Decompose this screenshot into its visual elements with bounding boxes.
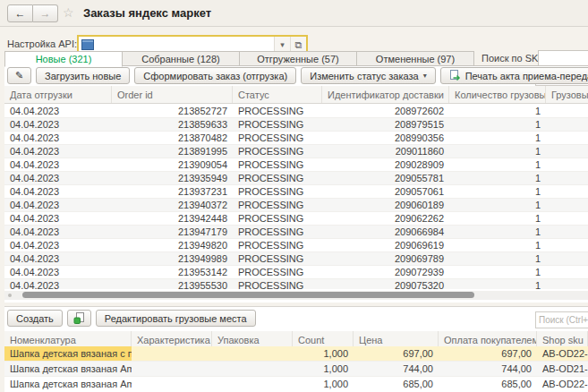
order-row[interactable]: 04.04.2023213949989PROCESSING2090697891 [4,252,588,266]
order-row-cell-delivery_id: 209055781 [322,172,449,184]
order-row-cell-order_id: 213953142 [112,266,233,278]
status-tabs: Новые (321)Собранные (128)Отгруженные (5… [4,51,474,66]
scrollbar-left-arrow[interactable] [8,294,12,297]
items-table-body: Шапка детская вязаная с по...1,000697,00… [4,346,588,391]
tab-2[interactable]: Отгруженные (57) [240,51,357,66]
order-row-cell-order_id: 213935949 [112,172,233,184]
tab-1[interactable]: Собранные (128) [123,51,240,66]
order-row-cell-order_id: 213937231 [112,185,233,198]
create-shipment-button[interactable]: Сформировать заказ (отгрузка) [134,67,296,84]
order-row-cell-status: PROCESSING [233,118,322,131]
order-row-cell-cargo [546,226,588,238]
order-row-cell-status: PROCESSING [233,252,322,265]
order-row[interactable]: 04.04.2023213942448PROCESSING2090622621 [4,212,588,226]
item-row[interactable]: Шапка детская вязаная Amar...1,000685,00… [4,377,588,391]
tab-0[interactable]: Новые (321) [4,51,123,67]
order-row[interactable]: 04.04.2023213852727PROCESSING2089726021 [4,105,588,118]
create-label: Создать [16,313,54,324]
item-row-cell-package [212,362,293,376]
order-row[interactable]: 04.04.2023213953142PROCESSING2090729391 [4,266,588,279]
order-row-cell-delivery_id: 209069619 [322,239,449,251]
orders-column-1[interactable]: Order id [112,86,233,103]
order-row-cell-date: 04.04.2023 [4,118,112,131]
item-row-cell-paid: 697,00 [439,346,537,361]
item-row-cell-count: 1,000 [293,346,354,361]
orders-column-5[interactable]: Грузовые м [546,86,588,103]
order-row-cell-places: 1 [449,145,546,158]
forward-button[interactable]: → [33,4,58,22]
order-row[interactable]: 04.04.2023213935949PROCESSING2090557811 [4,172,588,185]
item-row-cell-count: 1,000 [293,362,354,376]
order-row-cell-places: 1 [449,239,546,251]
order-row-cell-date: 04.04.2023 [4,172,112,184]
change-status-button[interactable]: Изменить статус заказа ▾ [301,67,435,84]
order-row[interactable]: 04.04.2023213947179PROCESSING2090669841 [4,226,588,239]
order-row-cell-order_id: 213852727 [112,105,233,117]
order-row-cell-date: 04.04.2023 [4,132,112,144]
order-row[interactable]: 04.04.2023213940372PROCESSING2090601891 [4,199,588,212]
nav-buttons: ← → [7,4,58,22]
order-row-cell-status: PROCESSING [233,266,322,278]
orders-column-2[interactable]: Статус [233,86,322,103]
copy-button[interactable] [67,310,91,327]
item-row-cell-price: 744,00 [354,362,439,376]
order-row-cell-order_id: 213891995 [112,145,233,158]
order-row-cell-status: PROCESSING [233,239,322,251]
order-row-cell-cargo [546,279,588,289]
item-row-cell-name: Шапка детская вязаная Amar... [4,362,132,376]
orders-column-0[interactable]: Дата отгрузки [4,86,112,103]
item-row[interactable]: Шапка детская вязаная с по...1,000697,00… [4,346,588,362]
order-row[interactable]: 04.04.2023213891995PROCESSING2090118601 [4,145,588,158]
order-row-cell-status: PROCESSING [233,226,322,238]
edit-pencil-button[interactable]: ✎ [7,67,31,84]
pencil-icon: ✎ [15,70,23,81]
order-row[interactable]: 04.04.2023213949820PROCESSING2090696191 [4,239,588,252]
order-row-cell-order_id: 213947179 [112,226,233,238]
items-search-input[interactable] [535,311,588,328]
order-row-cell-cargo [546,105,588,117]
horizontal-scrollbar[interactable] [4,291,588,300]
order-row-cell-date: 04.04.2023 [4,279,112,289]
item-row-cell-package [212,377,293,391]
forward-icon: → [40,7,51,20]
order-row-cell-cargo [546,158,588,171]
order-row-cell-cargo [546,172,588,184]
load-new-label: Загрузить новые [45,71,121,81]
order-row-cell-delivery_id: 209066984 [322,226,449,238]
order-row-cell-delivery_id: 209072939 [322,266,449,278]
change-status-label: Изменить статус заказа [310,71,418,81]
order-row-cell-status: PROCESSING [233,185,322,198]
order-row[interactable]: 04.04.2023213937231PROCESSING2090570611 [4,185,588,199]
back-button[interactable]: ← [7,4,33,22]
order-row-cell-delivery_id: 208972602 [322,105,449,117]
order-row[interactable]: 04.04.2023213955530PROCESSING2090753201 [4,279,588,289]
item-row-cell-paid: 744,00 [439,362,537,376]
order-row-cell-status: PROCESSING [233,172,322,184]
item-row[interactable]: Шапка детская вязаная Amar...1,000744,00… [4,362,588,377]
order-row-cell-places: 1 [449,212,546,225]
tab-3[interactable]: Отмененные (97) [357,51,474,66]
sku-search-input[interactable] [538,50,588,66]
print-act-button[interactable]: Печать акта приема-передачи [440,67,588,84]
order-row[interactable]: 04.04.2023213870482PROCESSING2089903561 [4,132,588,145]
order-row[interactable]: 04.04.2023213909054PROCESSING2090289091 [4,158,588,172]
item-row-cell-price: 697,00 [354,346,439,361]
orders-column-4[interactable]: Количество грузовых мест [449,86,546,103]
item-row-cell-sku: AB-OD21-PL [537,362,588,376]
order-row[interactable]: 04.04.2023213859633PROCESSING2089795151 [4,118,588,132]
favorite-star-icon[interactable]: ☆ [63,5,74,20]
order-row-cell-date: 04.04.2023 [4,239,112,251]
load-new-button[interactable]: Загрузить новые [36,67,130,84]
catalog-item-icon [81,39,94,50]
order-row-cell-status: PROCESSING [233,212,322,225]
orders-column-3[interactable]: Идентификатор доставки [322,86,449,103]
edit-cargo-places-button[interactable]: Редактировать грузовые места [96,310,256,327]
order-row-cell-places: 1 [449,132,546,144]
order-row-cell-cargo [546,145,588,158]
order-row-cell-places: 1 [449,226,546,238]
scrollbar-thumb[interactable] [22,292,474,298]
order-row-cell-order_id: 213949820 [112,239,233,251]
create-button[interactable]: Создать [7,310,63,327]
order-row-cell-date: 04.04.2023 [4,105,112,117]
order-row-cell-cargo [546,185,588,198]
